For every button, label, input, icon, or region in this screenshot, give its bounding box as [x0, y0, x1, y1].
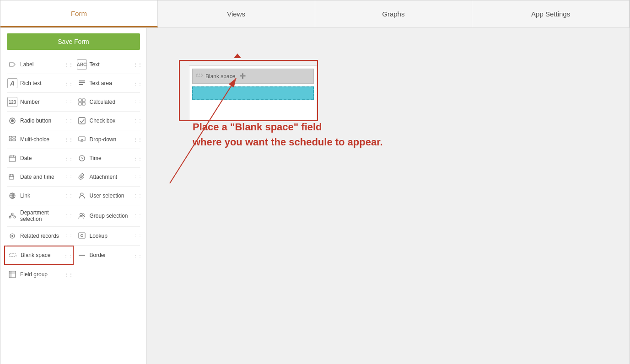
field-item-attachment[interactable]: Attachment ⋮⋮: [74, 168, 143, 186]
drag-handle: ⋮⋮: [64, 81, 70, 86]
field-item-multichoice[interactable]: Multi-choice ⋮⋮: [4, 130, 74, 149]
top-indicator: [234, 54, 241, 58]
svg-point-8: [11, 119, 14, 122]
richtext-icon: A: [7, 78, 17, 88]
field-item-link[interactable]: Link ⋮⋮: [4, 187, 74, 205]
field-label-text: Label: [20, 61, 64, 68]
drag-handle: ⋮⋮: [133, 214, 140, 219]
field-item-fieldgroup[interactable]: Field group ⋮⋮: [4, 265, 74, 284]
form-canvas: Blank space ✛: [189, 65, 317, 120]
drag-handle: ⋮⋮: [64, 175, 70, 180]
dropdown-icon: [77, 134, 87, 145]
field-label-number: Number: [20, 99, 64, 105]
svg-rect-30: [10, 254, 16, 257]
field-item-calculated[interactable]: Calculated ⋮⋮: [74, 93, 143, 111]
field-item-border[interactable]: Border ⋮⋮: [74, 246, 143, 265]
label-icon: [7, 59, 17, 70]
field-item-userselection[interactable]: User selection ⋮⋮: [74, 187, 143, 205]
drag-handle: ⋮⋮: [64, 234, 70, 239]
field-label-richtext: Rich text: [20, 80, 64, 86]
canvas-blankspace-icon: [196, 72, 203, 80]
field-label-calculated: Calculated: [90, 99, 134, 105]
field-item-label[interactable]: Label ⋮⋮: [4, 55, 74, 74]
checkbox-icon: [77, 116, 87, 126]
canvas-blue-area: [192, 86, 314, 100]
drag-handle: ⋮⋮: [133, 193, 140, 198]
field-item-datetime[interactable]: Date and time ⋮⋮: [4, 168, 74, 186]
field-item-time[interactable]: Time ⋮⋮: [74, 149, 143, 167]
field-item-blankspace[interactable]: Blank space ⋮⋮: [4, 246, 74, 265]
svg-point-25: [82, 214, 84, 215]
field-label-border: Border: [90, 252, 134, 258]
save-form-button[interactable]: Save Form: [7, 33, 140, 50]
field-item-richtext[interactable]: A Rich text ⋮⋮: [4, 74, 74, 92]
field-label-date: Date: [20, 155, 64, 161]
field-list: Label ⋮⋮ ABC Text ⋮⋮ A Rich text ⋮⋮: [0, 55, 146, 284]
content-area: Blank space ✛ Place a "Blank spa: [147, 28, 630, 364]
deptselection-icon: [7, 211, 17, 221]
svg-point-21: [11, 213, 13, 215]
field-item-lookup[interactable]: Lookup ⋮⋮: [74, 227, 143, 245]
tab-form[interactable]: Form: [0, 0, 158, 27]
svg-rect-11: [13, 136, 16, 138]
svg-point-23: [14, 216, 16, 218]
drag-handle: ⋮⋮: [133, 234, 140, 239]
drag-handle: ⋮⋮: [64, 118, 70, 123]
svg-rect-13: [13, 139, 16, 141]
drag-handle: ⋮⋮: [64, 193, 70, 198]
svg-rect-2: [79, 84, 83, 85]
field-item-relatedrecords[interactable]: Related records ⋮⋮: [4, 227, 74, 245]
lookup-icon: [77, 231, 87, 241]
field-item-textarea[interactable]: Text area ⋮⋮: [74, 74, 143, 92]
drag-handle: ⋮⋮: [64, 62, 70, 67]
field-item-deptselection[interactable]: Department selection ⋮⋮: [4, 205, 74, 226]
svg-rect-0: [79, 80, 85, 81]
field-label-attachment: Attachment: [90, 174, 134, 180]
field-item-dropdown[interactable]: Drop-down ⋮⋮: [74, 130, 143, 149]
field-item-number[interactable]: 123 Number ⋮⋮: [4, 93, 74, 111]
drag-handle: ⋮⋮: [133, 62, 140, 67]
svg-point-24: [80, 214, 82, 216]
field-label-deptselection: Department selection: [20, 209, 64, 222]
svg-point-29: [81, 235, 83, 237]
field-label-checkbox: Check box: [90, 118, 134, 124]
userselection-icon: [77, 191, 87, 201]
field-label-groupselection: Group selection: [90, 213, 134, 219]
svg-rect-1: [79, 82, 85, 83]
canvas-blankspace-label: Blank space: [205, 73, 235, 80]
drag-handle: ⋮⋮: [64, 272, 70, 277]
field-item-radio[interactable]: Radio button ⋮⋮: [4, 112, 74, 130]
sidebar: Save Form Label ⋮⋮ ABC Text ⋮⋮: [0, 28, 147, 364]
field-item-text[interactable]: ABC Text ⋮⋮: [74, 55, 143, 74]
field-label-text: Text: [90, 61, 134, 68]
svg-point-22: [9, 216, 11, 218]
link-icon: [7, 191, 17, 201]
field-item-date[interactable]: Date ⋮⋮: [4, 149, 74, 167]
field-label-blankspace: Blank space: [21, 252, 64, 258]
drag-handle: ⋮⋮: [133, 100, 140, 105]
tab-app-settings[interactable]: App Settings: [472, 0, 630, 27]
field-item-groupselection[interactable]: Group selection ⋮⋮: [74, 205, 143, 226]
drag-handle: ⋮⋮: [133, 253, 140, 258]
relatedrecords-icon: [7, 231, 17, 241]
svg-rect-32: [197, 74, 202, 77]
attachment-icon: [77, 172, 87, 182]
tab-graphs[interactable]: Graphs: [315, 0, 473, 27]
svg-rect-28: [79, 233, 85, 238]
drag-handle: ⋮⋮: [133, 81, 140, 86]
border-icon: [77, 250, 87, 260]
svg-rect-6: [82, 102, 85, 105]
groupselection-icon: [77, 211, 87, 221]
drag-handle: ⋮⋮: [133, 118, 140, 123]
canvas-wrapper: Blank space ✛: [179, 60, 318, 121]
svg-rect-3: [79, 99, 81, 102]
field-label-fieldgroup: Field group: [20, 271, 64, 278]
svg-rect-15: [9, 156, 16, 161]
field-label-lookup: Lookup: [90, 233, 134, 239]
field-label-time: Time: [90, 155, 134, 161]
field-item-checkbox[interactable]: Check box ⋮⋮: [74, 112, 143, 130]
instruction-text: Place a "Blank space" field where you wa…: [193, 119, 383, 150]
drag-handle: ⋮⋮: [64, 214, 70, 219]
svg-rect-10: [9, 136, 12, 138]
tab-views[interactable]: Views: [158, 0, 315, 27]
